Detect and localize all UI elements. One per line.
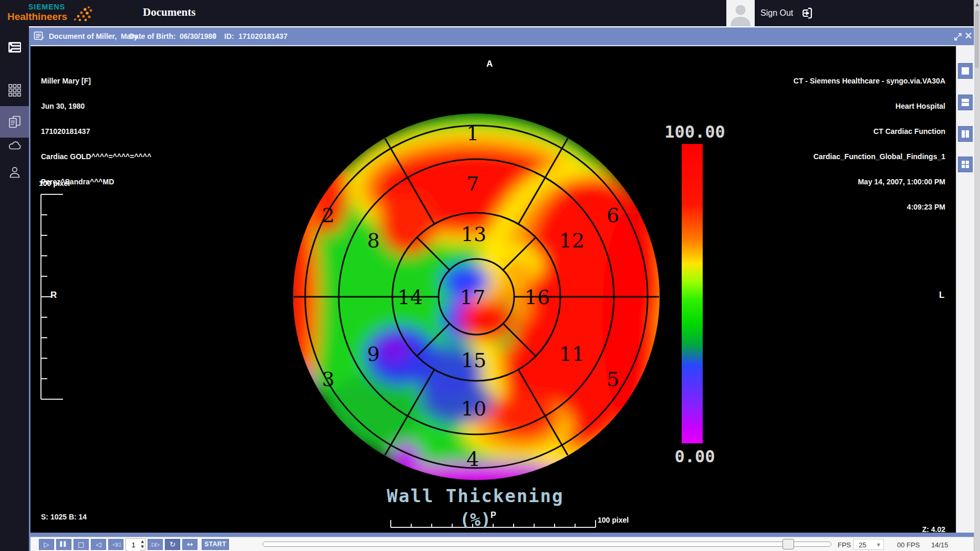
segment-label: 12 [559,229,585,252]
map-title: Wall Thickening [344,485,607,506]
pause-button[interactable]: ▌▌ [56,539,71,550]
colorbar-max-label: 100.00 [634,122,755,142]
stop-button[interactable]: □ [74,539,89,550]
layout-1x2-button[interactable] [958,95,973,110]
syngo-via-application: SIEMENS Healthineers Documents Sign Out [0,0,980,551]
female-gender-icon: ♀ [211,30,218,41]
user-icon [8,165,22,179]
layout-1x1-icon [961,67,969,75]
segment-label: 4 [466,448,479,471]
start-button[interactable]: START [202,539,229,550]
layout-grid-icon [8,84,21,97]
panel-divider [29,533,974,537]
left-sidebar [0,26,29,551]
segment-label: 16 [525,286,550,309]
fast-forward-button[interactable]: ▷▷ [148,539,163,550]
chevron-down-icon: ▼ [877,543,880,547]
sidebar-item-user[interactable] [0,159,29,186]
resize-panel-icon[interactable] [953,32,963,41]
siemens-healthineers-logo: SIEMENS Healthineers [7,2,91,26]
left-ruler-label: 100 pixel [39,179,70,188]
cine-position-slider-handle[interactable] [783,539,794,549]
frame-number-stepper: ▲▼ [126,538,145,550]
scrollbar-thumb[interactable] [975,11,979,68]
layout-2x1-icon [961,130,969,138]
segment-label: 9 [367,342,380,366]
sign-out-button[interactable]: Sign Out [760,0,814,26]
study-overlay-top-right: CT - Siemens Healthcare - syngo.via.VA30… [794,60,945,228]
brand-healthineers: Healthineers [7,11,67,23]
segment-label: 3 [322,368,335,391]
sidebar-item-cloud[interactable] [0,131,29,159]
scrollbar-up-arrow-icon[interactable]: ▲ [974,2,980,7]
page-title: Documents [143,6,195,19]
layout-1x2-icon [961,98,969,107]
image-viewer-canvas[interactable]: Miller Mary [F] Jun 30, 1980 17102018143… [30,45,956,533]
segment-label: 15 [461,349,486,372]
fps-label: FPS [838,541,851,549]
layout-1x1-button[interactable] [958,63,973,79]
colorbar-gradient [682,144,703,443]
map-unit-label: (%) [344,510,607,530]
stepper-arrows-icon[interactable]: ▲▼ [141,539,144,549]
patient-id-value: 171020181437 [238,32,287,40]
segment-label: 6 [607,204,619,227]
orientation-marker-anterior: A [486,59,493,69]
segment-label: 14 [398,286,423,309]
close-panel-icon[interactable]: × [964,29,973,41]
documents-icon [8,116,22,128]
user-avatar[interactable] [726,0,755,26]
patient-id-label: ID: [224,32,234,40]
rewind-button[interactable]: ◁◁ [108,539,123,550]
frame-counter: 14/15 [931,541,948,549]
patient-info-bar: Document of Miller, Mary Date of Birth: … [29,27,974,45]
sidebar-item-layouts[interactable] [0,77,29,104]
sign-out-icon [799,6,814,20]
segment-label: 11 [559,342,585,366]
reverse-play-button[interactable]: ◁ [91,539,106,550]
sidebar-item-patient-list[interactable] [0,34,29,61]
avatar-silhouette-icon [726,0,755,26]
fps-dropdown[interactable]: 25 ▼ [853,539,884,550]
layout-2x2-button[interactable] [958,157,973,172]
fps-selected-value: 25 [859,541,866,549]
layout-2x1-button[interactable] [958,126,973,142]
segment-label: 8 [367,229,380,252]
segment-label: 1 [466,122,479,145]
cloud-icon [7,139,22,151]
segment-label: 5 [607,368,619,391]
colorbar-min-label: 0.00 [634,446,755,466]
layout-2x2-icon [961,160,969,169]
cine-position-slider-track[interactable] [263,542,831,547]
bounce-mode-button[interactable]: ↔ [182,539,197,550]
segment-label: 10 [461,397,486,420]
sign-out-label: Sign Out [760,8,793,18]
brand-siemens: SIEMENS [28,3,65,11]
segment-label: 13 [461,223,486,246]
brand-dots-decoration [72,5,96,24]
cine-toolbar: ▷ ▌▌ □ ◁ ◁◁ ▲▼ ▷▷ ↻ ↔ START FPS 25 ▼ 00 … [30,537,974,551]
segment-label: 7 [466,172,479,195]
dob-label: Date of Birth: [129,32,176,40]
play-button[interactable]: ▷ [39,539,54,550]
app-header: SIEMENS Healthineers Documents Sign Out [0,0,974,26]
orientation-marker-left: L [939,290,944,300]
document-title: Document of Miller, Mary [49,32,138,40]
segment-label: 2 [322,204,335,227]
fps-rate-readout: 00 FPS [897,541,920,549]
layout-button-strip [956,45,974,533]
vertical-scale-ruler [38,191,75,402]
document-panel: Document of Miller, Mary Date of Birth: … [29,27,974,551]
patient-list-icon [8,41,22,53]
document-report-icon [34,31,45,41]
frame-number-input[interactable] [127,539,140,550]
wall-thickening-polar-map[interactable]: 1 2 3 4 5 6 7 8 9 10 11 12 13 14 15 16 1 [277,97,676,496]
loop-mode-button[interactable]: ↻ [165,539,180,550]
vertical-scrollbar[interactable] [974,0,980,551]
segment-label: 17 [460,286,485,309]
